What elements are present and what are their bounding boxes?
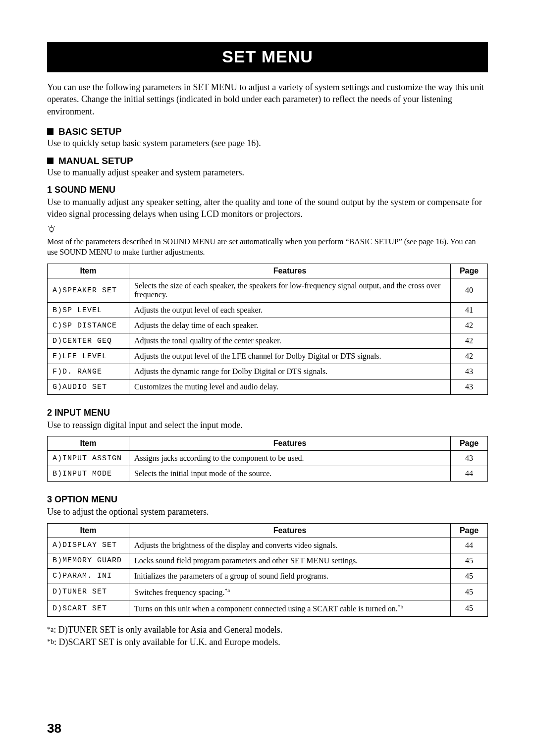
table-row: D)CENTER GEQ Adjusts the tonal quality o…	[48, 333, 488, 349]
item-cell: F)D. RANGE	[48, 364, 129, 379]
basic-setup-heading: BASIC SETUP	[47, 126, 488, 137]
item-cell: D)SCART SET	[48, 600, 129, 617]
col-features: Features	[129, 523, 451, 538]
page-cell: 45	[451, 600, 488, 617]
item-cell: E)LFE LEVEL	[48, 349, 129, 364]
features-cell: Turns on this unit when a component conn…	[129, 600, 451, 617]
col-item: Item	[48, 523, 129, 538]
page-cell: 42	[451, 318, 488, 333]
input-menu-table: Item Features Page A)INPUT ASSIGN Assign…	[47, 436, 488, 482]
square-bullet-icon	[47, 128, 54, 135]
features-cell: Customizes the muting level and audio de…	[129, 379, 451, 395]
sound-menu-desc: Use to manually adjust any speaker setti…	[47, 196, 488, 220]
table-row: F)D. RANGE Adjusts the dynamic range for…	[48, 364, 488, 379]
manual-setup-desc: Use to manually adjust speaker and syste…	[47, 167, 488, 178]
features-cell: Adjusts the delay time of each speaker.	[129, 318, 451, 333]
table-row: B)MEMORY GUARD Locks sound field program…	[48, 553, 488, 568]
footnote-a-text: : D)TUNER SET is only available for Asia…	[54, 625, 282, 635]
item-cell: A)INPUT ASSIGN	[48, 451, 129, 466]
col-page: Page	[451, 436, 488, 451]
page-cell: 42	[451, 333, 488, 349]
square-bullet-icon	[47, 158, 54, 164]
hint-icon	[47, 225, 488, 235]
features-cell: Assigns jacks according to the component…	[129, 451, 451, 466]
item-cell: B)SP LEVEL	[48, 303, 129, 318]
item-cell: G)AUDIO SET	[48, 379, 129, 395]
page-cell: 41	[451, 303, 488, 318]
basic-setup-desc: Use to quickly setup basic system parame…	[47, 138, 488, 149]
table-row: D)TUNER SET Switches frequency spacing.*…	[48, 584, 488, 600]
features-cell: Adjusts the dynamic range for Dolby Digi…	[129, 364, 451, 379]
table-row: G)AUDIO SET Customizes the muting level …	[48, 379, 488, 395]
features-cell: Locks sound field program parameters and…	[129, 553, 451, 568]
intro-paragraph: You can use the following parameters in …	[47, 81, 488, 117]
item-cell: B)INPUT MODE	[48, 466, 129, 482]
page-cell: 45	[451, 568, 488, 584]
page-cell: 43	[451, 364, 488, 379]
heading-text: MANUAL SETUP	[58, 156, 133, 166]
page-number: 38	[47, 721, 61, 736]
input-menu-desc: Use to reassign digital input and select…	[47, 419, 488, 431]
svg-point-3	[50, 227, 54, 231]
table-header-row: Item Features Page	[48, 264, 488, 278]
item-cell: C)SP DISTANCE	[48, 318, 129, 333]
features-cell: Adjusts the output level of the LFE chan…	[129, 349, 451, 364]
table-row: D)SCART SET Turns on this unit when a co…	[48, 600, 488, 617]
col-features: Features	[129, 264, 451, 278]
option-menu-table: Item Features Page A)DISPLAY SET Adjusts…	[47, 523, 488, 617]
footnote-b-label: *b	[47, 638, 54, 646]
col-page: Page	[451, 523, 488, 538]
footnotes: *a: D)TUNER SET is only available for As…	[47, 624, 488, 648]
svg-line-2	[54, 226, 55, 227]
table-row: A)SPEAKER SET Selects the size of each s…	[48, 278, 488, 303]
footnote-a-label: *a	[47, 626, 54, 633]
table-row: C)SP DISTANCE Adjusts the delay time of …	[48, 318, 488, 333]
page-cell: 42	[451, 349, 488, 364]
features-cell: Selects the initial input mode of the so…	[129, 466, 451, 482]
table-row: E)LFE LEVEL Adjusts the output level of …	[48, 349, 488, 364]
sound-menu-hint: Most of the parameters described in SOUN…	[47, 237, 488, 258]
option-menu-desc: Use to adjust the optional system parame…	[47, 506, 488, 518]
item-cell: D)CENTER GEQ	[48, 333, 129, 349]
page-cell: 43	[451, 379, 488, 395]
page-cell: 44	[451, 466, 488, 482]
features-cell: Adjusts the brightness of the display an…	[129, 538, 451, 553]
page-cell: 45	[451, 584, 488, 600]
col-item: Item	[48, 264, 129, 278]
features-cell: Adjusts the tonal quality of the center …	[129, 333, 451, 349]
features-cell: Switches frequency spacing.*a	[129, 584, 451, 600]
page-title-bar: SET MENU	[47, 42, 488, 72]
col-features: Features	[129, 436, 451, 451]
input-menu-heading: 2 INPUT MENU	[47, 408, 488, 418]
item-cell: C)PARAM. INI	[48, 568, 129, 584]
page-cell: 45	[451, 553, 488, 568]
page-cell: 43	[451, 451, 488, 466]
heading-text: BASIC SETUP	[58, 126, 122, 137]
item-cell: B)MEMORY GUARD	[48, 553, 129, 568]
manual-setup-heading: MANUAL SETUP	[47, 156, 488, 166]
sound-menu-heading: 1 SOUND MENU	[47, 185, 488, 195]
table-row: B)SP LEVEL Adjusts the output level of e…	[48, 303, 488, 318]
item-cell: A)DISPLAY SET	[48, 538, 129, 553]
col-item: Item	[48, 436, 129, 451]
svg-line-1	[48, 226, 50, 227]
svg-rect-4	[51, 231, 53, 232]
features-cell: Adjusts the output level of each speaker…	[129, 303, 451, 318]
table-row: B)INPUT MODE Selects the initial input m…	[48, 466, 488, 482]
table-row: A)DISPLAY SET Adjusts the brightness of …	[48, 538, 488, 553]
table-header-row: Item Features Page	[48, 523, 488, 538]
item-cell: D)TUNER SET	[48, 584, 129, 600]
page-cell: 40	[451, 278, 488, 303]
table-header-row: Item Features Page	[48, 436, 488, 451]
page-cell: 44	[451, 538, 488, 553]
item-cell: A)SPEAKER SET	[48, 278, 129, 303]
col-page: Page	[451, 264, 488, 278]
footnote-b-text: : D)SCART SET is only available for U.K.…	[54, 637, 280, 647]
table-row: A)INPUT ASSIGN Assigns jacks according t…	[48, 451, 488, 466]
table-row: C)PARAM. INI Initializes the parameters …	[48, 568, 488, 584]
option-menu-heading: 3 OPTION MENU	[47, 494, 488, 505]
features-cell: Selects the size of each speaker, the sp…	[129, 278, 451, 303]
sound-menu-table: Item Features Page A)SPEAKER SET Selects…	[47, 264, 488, 395]
features-cell: Initializes the parameters of a group of…	[129, 568, 451, 584]
